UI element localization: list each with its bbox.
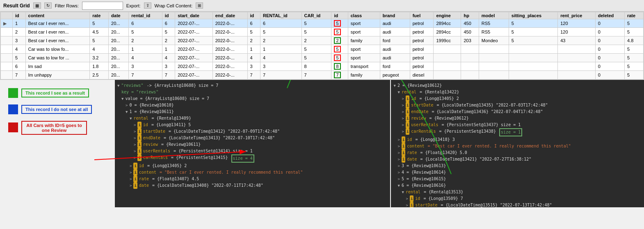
cell-engine[interactable]: 2894cc xyxy=(434,19,461,28)
cell-car-id[interactable]: 5 xyxy=(301,54,331,62)
cell-rate[interactable]: 1.8 xyxy=(90,62,109,71)
expand-icon[interactable]: > xyxy=(397,150,400,156)
expand-icon[interactable]: > xyxy=(397,156,400,163)
cell-rental-id2[interactable]: 1 xyxy=(260,45,302,54)
cell-id2[interactable]: 5 xyxy=(162,28,175,36)
col-engine[interactable]: engine xyxy=(434,12,461,19)
cell-car-id[interactable]: 5 xyxy=(301,19,331,28)
expand-icon[interactable]: > xyxy=(134,148,136,154)
cell-id3[interactable]: 6 xyxy=(247,19,260,28)
cell-id4[interactable]: 2 xyxy=(331,36,348,45)
expand-icon[interactable]: > xyxy=(134,122,136,128)
cell-rental-id2[interactable]: 2 xyxy=(260,36,302,45)
cell-date[interactable]: 20... xyxy=(109,45,129,54)
cell-hp[interactable]: 450 xyxy=(461,19,479,28)
cell-end-date[interactable]: 2022-0-... xyxy=(212,19,247,28)
cell-class[interactable]: sport xyxy=(348,45,380,54)
expand-icon[interactable]: ▼ xyxy=(397,89,400,95)
cell-id[interactable]: 3 xyxy=(13,36,26,45)
expand-icon[interactable]: > xyxy=(130,182,132,189)
cell-sitting[interactable]: 5 xyxy=(509,28,557,36)
cell-deleted[interactable]: 0 xyxy=(595,19,624,28)
cell-end-date[interactable]: 2022-0-... xyxy=(212,71,247,79)
cell-class[interactable]: sport xyxy=(348,28,380,36)
col-model[interactable]: model xyxy=(479,12,509,19)
expand-icon[interactable]: ▼ xyxy=(126,109,128,115)
cell-fuel[interactable]: petrol xyxy=(410,62,434,71)
cell-hp[interactable] xyxy=(461,62,479,71)
cell-car-id[interactable]: 5 xyxy=(301,45,331,54)
cell-start-date[interactable]: 2022-07-... xyxy=(175,62,213,71)
expand-icon[interactable]: > xyxy=(397,136,400,143)
cell-content[interactable]: Im sad xyxy=(25,62,90,71)
col-rent-price[interactable]: rent_price xyxy=(558,12,596,19)
expand-icon[interactable]: ▼ xyxy=(402,189,404,195)
expand-icon[interactable]: > xyxy=(130,176,132,182)
cell-rate2[interactable]: 5 xyxy=(624,71,643,79)
cell-rental-id[interactable]: 2 xyxy=(129,36,162,45)
cell-rate2[interactable]: 5 xyxy=(624,45,643,54)
cell-id3[interactable]: 1 xyxy=(247,45,260,54)
grid-view-button[interactable]: ▦ xyxy=(33,2,41,9)
cell-hp[interactable] xyxy=(461,45,479,54)
cell-engine[interactable] xyxy=(434,54,461,62)
cell-id3[interactable]: 5 xyxy=(247,28,260,36)
cell-sitting[interactable]: 5 xyxy=(509,36,557,45)
cell-brand[interactable]: audi xyxy=(380,54,410,62)
cell-rental-id[interactable]: 6 xyxy=(129,19,162,28)
cell-hp[interactable]: 203 xyxy=(461,36,479,45)
cell-rate[interactable]: 5 xyxy=(90,36,109,45)
cell-deleted[interactable]: 0 xyxy=(595,54,624,62)
col-fuel[interactable]: fuel xyxy=(410,12,434,19)
cell-content[interactable]: Im unhappy xyxy=(25,71,90,79)
cell-class[interactable]: family xyxy=(348,71,380,79)
cell-rent-price[interactable]: 120 xyxy=(558,19,596,28)
col-content[interactable]: content xyxy=(25,12,90,19)
export-button[interactable]: ⇪ xyxy=(144,2,151,9)
cell-deleted[interactable]: 0 xyxy=(595,28,624,36)
expand-icon[interactable]: > xyxy=(402,122,404,128)
expand-icon[interactable]: > xyxy=(406,202,408,207)
cell-brand[interactable]: audi xyxy=(380,28,410,36)
expand-icon[interactable]: > xyxy=(126,102,128,109)
expand-icon[interactable]: ▼ xyxy=(393,82,395,89)
cell-date[interactable]: 20... xyxy=(109,71,129,79)
cell-rent-price[interactable] xyxy=(558,45,596,54)
cell-car-id[interactable]: 7 xyxy=(301,71,331,79)
cell-id[interactable]: 6 xyxy=(13,62,26,71)
cell-model[interactable]: Mondeo xyxy=(479,36,509,45)
cell-brand[interactable]: audi xyxy=(380,19,410,28)
cell-fuel[interactable]: petrol xyxy=(410,19,434,28)
cell-model[interactable]: RS5 xyxy=(479,28,509,36)
cell-id4[interactable]: 8 xyxy=(331,62,348,71)
cell-id2[interactable]: 1 xyxy=(162,45,175,54)
cell-id2[interactable]: 3 xyxy=(162,62,175,71)
col-brand[interactable]: brand xyxy=(380,12,410,19)
cell-rent-price[interactable]: 120 xyxy=(558,28,596,36)
cell-id4[interactable]: 7 xyxy=(331,71,348,79)
cell-rate2[interactable]: 5 xyxy=(624,62,643,71)
expand-icon[interactable]: > xyxy=(134,154,136,161)
cell-id[interactable]: 5 xyxy=(13,54,26,62)
cell-id[interactable]: 2 xyxy=(13,28,26,36)
cell-engine[interactable]: 1999cc xyxy=(434,36,461,45)
expand-icon[interactable]: > xyxy=(134,141,136,148)
cell-rent-price[interactable] xyxy=(558,71,596,79)
cell-content[interactable]: Best car I ever ren... xyxy=(25,36,90,45)
cell-id[interactable]: 7 xyxy=(13,71,26,79)
expand-icon[interactable]: ▼ xyxy=(397,182,400,189)
cell-rate2[interactable]: 5 xyxy=(624,19,643,28)
cell-date[interactable]: 20... xyxy=(109,19,129,28)
cell-class[interactable]: sport xyxy=(348,19,380,28)
cell-engine[interactable] xyxy=(434,71,461,79)
cell-deleted[interactable]: 0 xyxy=(595,71,624,79)
filter-rows-input[interactable] xyxy=(82,2,123,10)
cell-class[interactable]: transport xyxy=(348,62,380,71)
cell-id[interactable]: 1 xyxy=(13,19,26,28)
cell-rent-price[interactable]: 43 xyxy=(558,36,596,45)
col-sitting[interactable]: sitting_places xyxy=(509,12,557,19)
col-rental-id2[interactable]: RENTAL_id xyxy=(260,12,302,19)
cell-model[interactable] xyxy=(479,54,509,62)
cell-fuel[interactable]: petrol xyxy=(410,54,434,62)
cell-brand[interactable]: ford xyxy=(380,62,410,71)
